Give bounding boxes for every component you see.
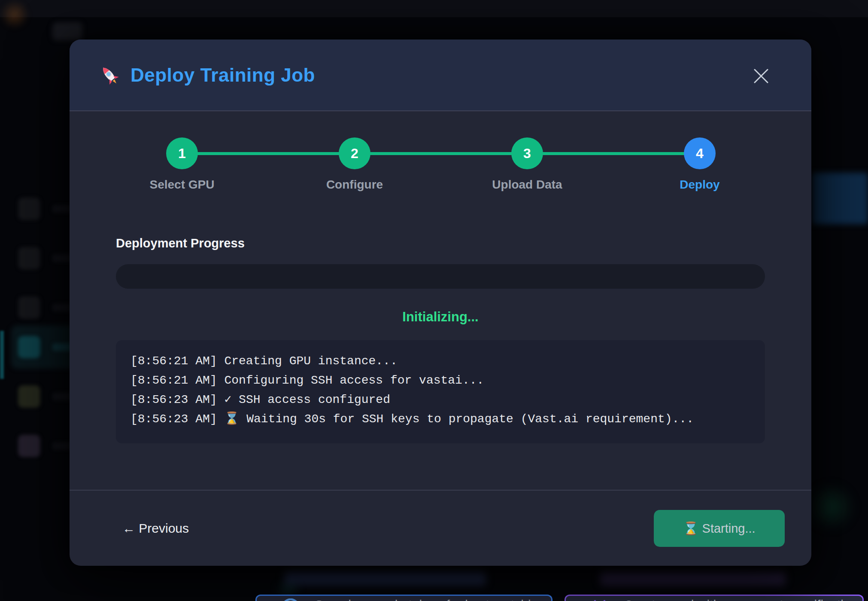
- pod-card: Creates pod with your exact specificatio…: [565, 595, 864, 601]
- previous-button[interactable]: ← Previous: [122, 521, 189, 536]
- step-circle[interactable]: 3: [511, 137, 543, 169]
- sidebar-item-blurred: [18, 435, 40, 457]
- deployment-progress-heading: Deployment Progress: [116, 236, 245, 250]
- step-circle[interactable]: 2: [339, 137, 370, 169]
- modal-footer: ← Previous ⌛ Starting...: [70, 490, 811, 566]
- progress-bar: [116, 264, 765, 289]
- background-card-heading-blurred: [600, 571, 786, 585]
- background-green-glow: [806, 485, 856, 529]
- sidebar-item-blurred: [18, 247, 40, 269]
- step-label: Select GPU: [118, 178, 246, 192]
- rocket-icon: [98, 64, 121, 87]
- sidebar-item-blurred: [18, 296, 40, 319]
- pod-icon: [589, 598, 610, 601]
- log-line: [8:56:21 AM] Configuring SSH access for …: [131, 371, 750, 390]
- deployment-log-console: [8:56:21 AM] Creating GPU instance... [8…: [116, 340, 765, 443]
- step-label: Deploy: [635, 178, 764, 192]
- marketplace-card: Searches marketplace for best matching: [255, 595, 552, 601]
- step-upload-data[interactable]: 3 Upload Data: [463, 137, 592, 192]
- step-circle[interactable]: 1: [166, 137, 198, 169]
- step-configure[interactable]: 2 Configure: [290, 137, 419, 192]
- close-icon[interactable]: [751, 66, 771, 86]
- step-deploy[interactable]: 4 Deploy: [635, 137, 764, 192]
- log-line: [8:56:21 AM] Creating GPU instance...: [131, 351, 750, 371]
- pod-card-text: Creates pod with your exact specificatio…: [624, 598, 864, 601]
- modal-title: Deploy Training Job: [131, 64, 315, 86]
- stepper-connector: [182, 152, 700, 155]
- deploy-training-job-modal: Deploy Training Job 1 Select GPU 2 Confi…: [70, 40, 811, 566]
- step-select-gpu[interactable]: 1 Select GPU: [118, 137, 246, 192]
- step-circle[interactable]: 4: [684, 137, 716, 169]
- background-icon-glow: [270, 582, 307, 596]
- log-line: [8:56:23 AM] ⌛ Waiting 30s for SSH keys …: [131, 409, 750, 429]
- starting-button[interactable]: ⌛ Starting...: [654, 510, 785, 547]
- deployment-stepper: 1 Select GPU 2 Configure 3 Upload Data 4…: [116, 137, 765, 198]
- step-label: Configure: [290, 178, 419, 192]
- sidebar-icon-active-blurred: [18, 336, 40, 358]
- marketplace-card-text: Searches marketplace for best matching: [315, 598, 545, 601]
- sidebar-item-blurred: [18, 198, 40, 220]
- step-label: Upload Data: [463, 178, 592, 192]
- background-avatar: [0, 0, 29, 29]
- sidebar-item-blurred: [18, 385, 40, 408]
- app-background: Searches marketplace for best matching C…: [0, 0, 868, 601]
- status-text: Initializing...: [116, 309, 765, 325]
- background-panel-blurred: [812, 173, 868, 224]
- marketplace-basket-icon: [280, 598, 301, 601]
- sidebar-active-indicator: [0, 331, 4, 379]
- background-topbar: [0, 0, 868, 17]
- background-card-heading-blurred: [284, 571, 486, 585]
- modal-header: Deploy Training Job: [70, 40, 811, 111]
- background-logo: [52, 22, 82, 40]
- log-line: [8:56:23 AM] ✓ SSH access configured: [131, 390, 750, 409]
